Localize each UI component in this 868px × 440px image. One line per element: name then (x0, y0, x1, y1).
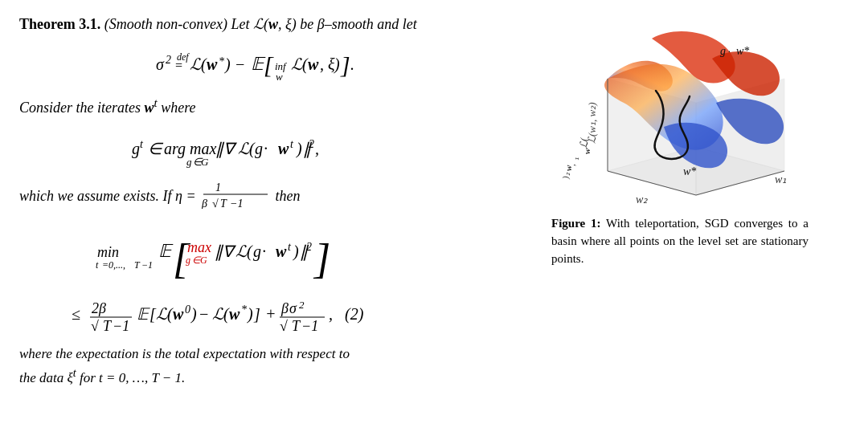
g-definition: g t ∈ arg max g ∈ G ‖∇ ℒ ( g · w t ) ‖ (19, 127, 518, 172)
svg-text:−: − (235, 55, 246, 73)
svg-text:t: t (96, 259, 99, 271)
svg-text:]: ] (340, 51, 350, 78)
svg-text:1: 1 (215, 181, 221, 194)
svg-text:w₂: w₂ (636, 194, 648, 206)
svg-text:‖∇: ‖∇ (215, 242, 237, 261)
svg-text:−1: −1 (301, 318, 318, 334)
where-text: where the expectation is the total expec… (19, 344, 518, 388)
svg-text:w: w (278, 140, 289, 157)
svg-text:−1: −1 (141, 259, 153, 271)
exists-text: which we assume exists. If η = 1 β √ T −… (19, 180, 518, 215)
svg-text:ℒ: ℒ (235, 242, 248, 260)
svg-text:(: ( (247, 242, 253, 261)
svg-text:G: G (200, 255, 207, 266)
svg-text:−1: −1 (230, 198, 243, 209)
theorem-label: Theorem 3.1. (19, 16, 100, 32)
svg-text:G: G (201, 156, 209, 168)
svg-text:): ) (293, 242, 299, 261)
svg-text:g: g (255, 140, 263, 158)
svg-text:0: 0 (185, 304, 190, 316)
svg-text:w: w (308, 55, 319, 73)
sigma-definition: σ 2 def = ℒ ( w * ) − 𝔼 [ inf w (19, 43, 518, 86)
svg-text:∈: ∈ (148, 140, 164, 157)
svg-text:*: * (219, 55, 224, 67)
svg-text:ℒ: ℒ (212, 305, 224, 323)
figure-container: w* g · w* ℒ( w ₁ , w ₂ (551, 14, 809, 267)
svg-text:g: g (186, 156, 192, 168)
svg-text:T: T (292, 318, 301, 334)
svg-text:=: = (174, 59, 183, 72)
svg-text:w₁: w₁ (775, 173, 787, 185)
svg-text:≤: ≤ (72, 305, 80, 323)
svg-text:max: max (190, 140, 216, 157)
svg-text:ℒ: ℒ (190, 55, 202, 73)
svg-text:t: t (140, 138, 144, 150)
svg-text:t: t (288, 241, 292, 253)
svg-text:]: ] (313, 236, 330, 282)
svg-text:2β: 2β (92, 300, 106, 316)
svg-text:w: w (173, 305, 184, 323)
min-expression: min t =0,..., T −1 𝔼 [ max g ∈ G ‖∇ ℒ ( … (19, 223, 518, 283)
svg-text:g: g (132, 140, 140, 158)
figure-column: w* g · w* ℒ( w ₁ , w ₂ (543, 14, 817, 388)
svg-text:=0,...,: =0,..., (102, 259, 125, 271)
svg-text:w: w (207, 55, 218, 73)
svg-text:√: √ (212, 198, 219, 209)
svg-text:w*: w* (736, 45, 749, 57)
svg-text:‖∇: ‖∇ (215, 140, 238, 158)
svg-text:w: w (563, 165, 573, 171)
svg-text:2: 2 (309, 138, 314, 150)
svg-text:w: w (276, 71, 283, 83)
svg-text:ℒ: ℒ (156, 305, 168, 323)
svg-text:ℒ: ℒ (291, 55, 303, 73)
svg-text:+: + (265, 305, 276, 323)
svg-text:−1: −1 (113, 318, 129, 334)
bound-expression: ≤ 2β √ T −1 𝔼 [ ℒ ( w 0 ) − ℒ ( w * (19, 291, 518, 336)
svg-text:): ) (247, 305, 253, 324)
svg-text:,: , (315, 140, 319, 157)
svg-text:2: 2 (166, 54, 171, 66)
svg-text:w: w (276, 242, 287, 260)
figure-label: Figure 1: (551, 217, 601, 230)
svg-text:[: [ (264, 51, 274, 78)
svg-text:.: . (350, 55, 354, 73)
svg-text:T: T (134, 259, 141, 271)
svg-text:·: · (264, 140, 268, 157)
svg-text:): ) (560, 176, 571, 180)
theorem-description: (Smooth non-convex) Let ℒ(w, ξ) be β–smo… (104, 16, 417, 32)
svg-text:𝔼: 𝔼 (137, 305, 150, 323)
svg-text:*: * (241, 304, 247, 316)
svg-text:max: max (187, 239, 211, 255)
surface-visualization: w* g · w* ℒ( w ₁ , w ₂ (559, 14, 800, 207)
svg-text:σ: σ (156, 55, 165, 73)
svg-text:]: ] (253, 305, 260, 323)
svg-text:w*: w* (683, 165, 696, 177)
page-container: Theorem 3.1. (Smooth non-convex) Let ℒ(w… (19, 14, 849, 388)
svg-text:w: w (229, 305, 240, 323)
svg-text:√: √ (91, 318, 99, 334)
svg-text:T: T (103, 318, 113, 334)
svg-text:,: , (329, 305, 333, 323)
svg-text:2: 2 (299, 299, 305, 311)
svg-text:): ) (224, 55, 231, 74)
svg-text:·: · (262, 242, 266, 260)
svg-text:g: g (186, 255, 190, 266)
svg-text:√: √ (280, 318, 288, 334)
svg-text:min: min (97, 244, 119, 260)
svg-text:): ) (334, 55, 340, 74)
consider-iterates: Consider the iterates wt where (19, 94, 518, 119)
svg-text:𝔼: 𝔼 (158, 241, 174, 261)
svg-text:, ξ: , ξ (320, 55, 335, 73)
svg-text:ℒ(w₁, w₂): ℒ(w₁, w₂) (586, 103, 598, 145)
svg-text:β: β (280, 300, 289, 316)
svg-text:t: t (290, 138, 294, 150)
svg-text:₁: ₁ (571, 157, 580, 161)
svg-text:arg: arg (164, 140, 186, 158)
svg-text:σ: σ (289, 300, 297, 316)
svg-text:g: g (253, 242, 261, 261)
svg-text:β: β (201, 198, 207, 209)
svg-text:g: g (720, 45, 726, 57)
svg-text:): ) (296, 140, 302, 158)
svg-text:): ) (190, 305, 197, 324)
theorem-column: Theorem 3.1. (Smooth non-convex) Let ℒ(w… (19, 14, 518, 388)
